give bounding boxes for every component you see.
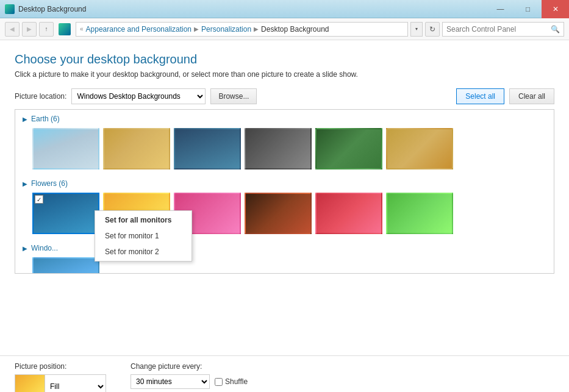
page-title: Choose your desktop background — [15, 52, 554, 66]
position-select[interactable]: Fill Fit Stretch Tile Center — [45, 374, 106, 392]
folder-icon — [59, 23, 71, 35]
minimize-button[interactable]: — — [487, 0, 514, 18]
forward-button[interactable]: ▶ — [22, 22, 37, 37]
up-button[interactable]: ↑ — [39, 22, 54, 37]
thumb-earth-5[interactable] — [315, 128, 382, 169]
thumb-earth-6[interactable] — [386, 128, 453, 169]
context-menu-item-monitor1[interactable]: Set for monitor 1 — [95, 228, 191, 244]
window-title: Desktop Background — [18, 5, 86, 13]
thumb-flower-1[interactable]: ✓ — [32, 193, 99, 234]
change-section: Change picture every: 30 minutes Shuffle… — [131, 362, 346, 392]
clear-all-button[interactable]: Clear all — [509, 88, 554, 104]
category-earth-header: ▶ Earth (6) — [23, 115, 546, 123]
refresh-button[interactable]: ↻ — [425, 22, 440, 37]
position-thumbnail — [15, 374, 45, 392]
breadcrumb-separator2: ▶ — [254, 26, 259, 32]
category-flowers-label[interactable]: Flowers (6) — [31, 179, 68, 188]
category-earth-label[interactable]: Earth (6) — [31, 115, 60, 123]
breadcrumb[interactable]: « Appearance and Personalization ▶ Perso… — [76, 22, 408, 37]
thumb-earth-1[interactable] — [32, 128, 99, 169]
titlebar: Desktop Background — □ ✕ — [0, 0, 569, 18]
select-all-button[interactable]: Select all — [456, 88, 504, 104]
main-content: Choose your desktop background Click a p… — [0, 40, 569, 355]
bottom-controls: Picture position: Fill Fit Stretch Tile … — [0, 355, 569, 392]
thumb-checkbox-flower-1: ✓ — [35, 195, 43, 204]
category-arrow-flowers: ▶ — [23, 180, 27, 187]
picture-location-row: Picture location: Windows Desktop Backgr… — [15, 88, 554, 104]
wallpaper-container: ▶ Earth (6) — [15, 109, 554, 274]
context-menu: Set for all monitors Set for monitor 1 S… — [95, 210, 192, 262]
breadcrumb-current: Desktop Background — [261, 25, 329, 34]
change-row: 30 minutes Shuffle — [131, 374, 346, 389]
shuffle-checkbox-label: Shuffle — [215, 377, 248, 386]
category-windows-label[interactable]: Windo... — [31, 244, 58, 252]
category-arrow-earth: ▶ — [23, 116, 27, 123]
maximize-button[interactable]: □ — [514, 0, 542, 18]
app-icon — [5, 4, 15, 14]
category-earth: ▶ Earth (6) — [15, 110, 554, 174]
thumb-flower-5[interactable] — [315, 193, 382, 234]
category-arrow-windows: ▶ — [23, 245, 27, 252]
earth-grid — [32, 128, 546, 169]
back-button[interactable]: ◀ — [5, 22, 20, 37]
picture-location-select[interactable]: Windows Desktop Backgrounds — [71, 88, 206, 104]
context-menu-item-monitor2[interactable]: Set for monitor 2 — [95, 244, 191, 260]
thumb-flower-6[interactable] — [386, 193, 453, 234]
search-input[interactable] — [446, 25, 551, 34]
thumb-win-1[interactable] — [32, 257, 99, 274]
category-flowers-header: ▶ Flowers (6) — [23, 179, 546, 188]
breadcrumb-separator1: ▶ — [194, 26, 199, 32]
thumb-flower-4[interactable] — [245, 193, 312, 234]
page-subtitle: Click a picture to make it your desktop … — [15, 70, 554, 79]
shuffle-checkbox[interactable] — [215, 378, 223, 386]
thumb-earth-2[interactable] — [103, 128, 170, 169]
position-section: Picture position: Fill Fit Stretch Tile … — [15, 362, 106, 392]
titlebar-controls: — □ ✕ — [487, 0, 569, 18]
navbar: ◀ ▶ ↑ « Appearance and Personalization ▶… — [0, 18, 569, 40]
position-label: Picture position: — [15, 362, 106, 371]
change-label: Change picture every: — [131, 362, 346, 371]
context-menu-item-all[interactable]: Set for all monitors — [95, 212, 191, 228]
breadcrumb-arrow: « — [80, 26, 84, 32]
search-icon[interactable]: 🔍 — [551, 25, 560, 34]
thumb-earth-4[interactable] — [245, 128, 312, 169]
close-button[interactable]: ✕ — [542, 0, 569, 18]
titlebar-left: Desktop Background — [5, 4, 86, 14]
thumb-earth-3[interactable] — [174, 128, 241, 169]
breadcrumb-dropdown[interactable]: ▾ — [410, 22, 423, 37]
position-row: Fill Fit Stretch Tile Center — [15, 374, 106, 392]
breadcrumb-appearance[interactable]: Appearance and Personalization — [86, 25, 191, 34]
browse-button[interactable]: Browse... — [210, 88, 257, 104]
picture-location-label: Picture location: — [15, 92, 66, 101]
search-box: 🔍 — [442, 22, 564, 37]
breadcrumb-personalization[interactable]: Personalization — [201, 25, 251, 34]
shuffle-label: Shuffle — [225, 377, 248, 386]
interval-select[interactable]: 30 minutes — [131, 374, 210, 389]
